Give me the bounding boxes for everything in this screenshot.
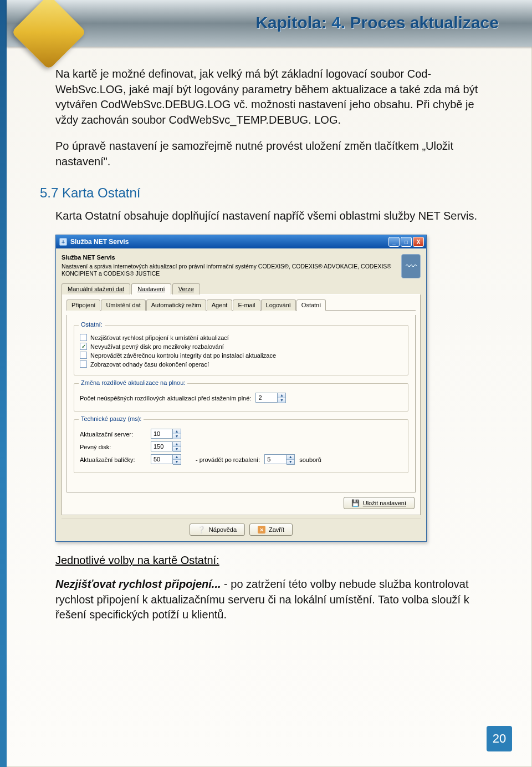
field-suffix: souborů — [299, 456, 321, 463]
tab-label: Verze — [178, 286, 194, 292]
maximize-button[interactable]: □ — [401, 237, 412, 247]
spinner-disk[interactable]: ▲▼ — [151, 441, 181, 452]
row-pevny-disk: Pevný disk: ▲▼ — [80, 441, 402, 452]
spinner-arrows[interactable]: ▲▼ — [173, 441, 181, 452]
minimize-icon: _ — [392, 239, 396, 245]
app-header-title: Služba NET Servis — [62, 254, 396, 262]
checkbox-nezjistovat-rychlost[interactable] — [80, 334, 87, 341]
content-area: Na kartě je možné definovat, jak velký m… — [55, 67, 493, 634]
subtab-logovani[interactable]: Logování — [261, 299, 296, 311]
field-label: Aktualizační balíčky: — [80, 456, 146, 463]
options-heading: Jednotlivé volby na kartě Ostatní: — [55, 554, 493, 567]
side-stripe — [0, 0, 7, 767]
main-tabstrip: Manuální stažení dat Nastavení Verze — [62, 283, 421, 294]
checkbox-zobrazovat-odhady[interactable] — [80, 360, 87, 368]
page-number: 20 — [493, 732, 506, 746]
chevron-up-icon[interactable]: ▲ — [287, 455, 294, 460]
bottom-button-row: ❔ Nápověda ✕ Zavřít — [62, 519, 421, 537]
check-row: Neprovádět závěrečnou kontrolu integrity… — [80, 352, 402, 359]
help-button[interactable]: ❔ Nápověda — [190, 524, 245, 536]
chevron-down-icon[interactable]: ▼ — [173, 434, 181, 439]
subtab-label: Připojení — [71, 302, 95, 308]
save-settings-button[interactable]: 💾 Uložit nastavení — [344, 497, 415, 509]
chevron-up-icon[interactable]: ▲ — [278, 393, 285, 398]
subtab-label: E-mail — [238, 302, 255, 308]
subtab-ostatni[interactable]: Ostatní — [296, 299, 326, 311]
spinner-arrows[interactable]: ▲▼ — [278, 393, 286, 403]
close-icon: ✕ — [258, 526, 265, 534]
row-pocet-neuspesnych: Počet neúspěšných rozdílových aktualizac… — [80, 393, 402, 403]
minimize-button[interactable]: _ — [388, 237, 400, 247]
spinner-arrows[interactable]: ▲▼ — [287, 454, 295, 465]
spinner-server[interactable]: ▲▼ — [151, 429, 181, 439]
spinner-balicky[interactable]: ▲▼ — [151, 454, 181, 465]
subtab-agent[interactable]: Agent — [207, 299, 233, 311]
subtab-pripojeni[interactable]: Připojení — [66, 299, 100, 311]
spinner-input[interactable] — [264, 454, 287, 464]
chevron-down-icon[interactable]: ▼ — [278, 398, 285, 403]
spinner-pocet-neuspesnych[interactable]: ▲▼ — [255, 393, 286, 403]
tab-verze[interactable]: Verze — [172, 283, 200, 294]
check-row: Zobrazovat odhady času dokončení operací — [80, 360, 402, 368]
app-header: Služba NET Servis Nastavení a správa int… — [62, 254, 421, 278]
chevron-up-icon[interactable]: ▲ — [173, 429, 181, 434]
window-title: Služba NET Servis — [70, 238, 129, 246]
close-button[interactable]: ✕ Zavřít — [249, 524, 293, 536]
subtab-umisteni-dat[interactable]: Umístění dat — [101, 299, 145, 311]
chapter-name: Proces aktualizace — [350, 13, 499, 32]
chevron-down-icon[interactable]: ▼ — [173, 460, 181, 465]
button-label: Uložit nastavení — [363, 500, 406, 506]
subtab-automaticky-rezim[interactable]: Automatický režim — [146, 299, 206, 311]
window-body: Služba NET Servis Nastavení a správa int… — [56, 248, 426, 541]
logo-icon — [11, 0, 86, 70]
chevron-up-icon[interactable]: ▲ — [173, 455, 181, 460]
button-label: Nápověda — [209, 526, 237, 533]
checkbox-label: Zobrazovat odhady času dokončení operací — [90, 361, 209, 368]
subtab-label: Automatický režim — [151, 302, 201, 308]
group-title: Technické pauzy (ms): — [79, 415, 144, 422]
titlebar[interactable]: Služba NET Servis _ □ X — [56, 235, 426, 248]
subtab-label: Ostatní — [301, 302, 321, 308]
paragraph-1: Na kartě je možné definovat, jak velký m… — [55, 67, 493, 128]
option-1-label: Nezjišťovat rychlost připojení... — [55, 578, 221, 590]
close-window-button[interactable]: X — [413, 237, 424, 247]
spinner-input[interactable] — [151, 429, 173, 439]
tab-manualni-stazeni[interactable]: Manuální stažení dat — [62, 283, 130, 294]
spinner-input[interactable] — [151, 454, 173, 464]
spinner-arrows[interactable]: ▲▼ — [173, 429, 181, 439]
subtab-email[interactable]: E-mail — [233, 299, 260, 311]
main-panel: Připojení Umístění dat Automatický režim… — [62, 294, 421, 515]
chevron-down-icon[interactable]: ▼ — [173, 447, 181, 452]
checkbox-neprovadet-kontrolu[interactable] — [80, 352, 87, 359]
section-5-7-heading: 5.7 Karta Ostatní — [40, 185, 493, 201]
maximize-icon: □ — [405, 239, 408, 245]
chevron-down-icon[interactable]: ▼ — [287, 460, 294, 465]
spinner-input[interactable] — [255, 393, 278, 403]
spinner-input[interactable] — [151, 441, 173, 451]
save-button-row: 💾 Uložit nastavení — [66, 492, 416, 510]
titlebar-left: Služba NET Servis — [59, 238, 129, 246]
app-header-text: Služba NET Servis Nastavení a správa int… — [62, 254, 396, 277]
group-technicke-pauzy: Technické pauzy (ms): Aktualizační serve… — [74, 419, 408, 473]
chevron-up-icon[interactable]: ▲ — [173, 442, 181, 447]
app-window: Služba NET Servis _ □ X Služba NET Servi… — [55, 235, 427, 542]
sub-tabstrip: Připojení Umístění dat Automatický režim… — [66, 299, 416, 311]
page-number-badge: 20 — [487, 726, 512, 751]
paragraph-3: Karta Ostatní obsahuje doplňující nastav… — [55, 209, 493, 224]
check-row: Nevyužívat pevný disk pro mezikroky rozb… — [80, 343, 402, 350]
checkbox-nevyuzivat-disk[interactable] — [80, 343, 87, 350]
group-title: Ostatní: — [79, 321, 105, 328]
tab-label: Nastavení — [137, 286, 165, 292]
option-1-paragraph: Nezjišťovat rychlost připojení... - po z… — [55, 577, 493, 623]
spinner-po-rozbaleni[interactable]: ▲▼ — [264, 454, 295, 465]
tab-nastaveni[interactable]: Nastavení — [131, 283, 171, 294]
group-zmena-plnou: Změna rozdílové aktualizace na plnou: Po… — [74, 383, 408, 412]
field-label: Pevný disk: — [80, 444, 146, 450]
group-title: Změna rozdílové aktualizace na plnou: — [79, 379, 187, 386]
checkbox-label: Nevyužívat pevný disk pro mezikroky rozb… — [90, 343, 224, 350]
titlebar-buttons: _ □ X — [388, 237, 424, 247]
app-header-desc: Nastavení a správa internetových aktuali… — [62, 263, 391, 277]
subtab-label: Umístění dat — [106, 302, 140, 308]
spinner-arrows[interactable]: ▲▼ — [173, 454, 181, 465]
row-aktualizacni-balicky: Aktualizační balíčky: ▲▼ - provádět po r… — [80, 454, 402, 465]
